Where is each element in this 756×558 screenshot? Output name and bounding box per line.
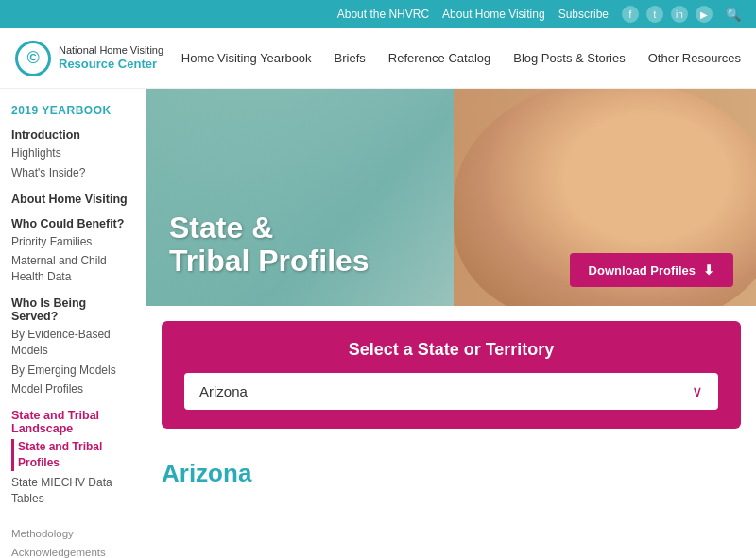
chevron-down-icon: ∨ — [692, 382, 703, 400]
hero-section: State & Tribal Profiles Download Profile… — [146, 89, 756, 306]
topbar-link-homevisiting[interactable]: About Home Visiting — [442, 8, 545, 21]
sidebar-link-methodology[interactable]: Methodology — [11, 526, 134, 541]
main-navigation: Home Visiting Yearbook Briefs Reference … — [181, 51, 741, 65]
state-heading: Arizona — [146, 444, 756, 488]
nav-blog-posts[interactable]: Blog Posts & Stories — [513, 51, 626, 65]
sidebar-link-state-miechv[interactable]: State MIECHV Data Tables — [11, 475, 134, 507]
logo-brand: Resource Center — [59, 57, 163, 73]
header: © National Home Visiting Resource Center… — [0, 28, 756, 89]
nav-yearbook[interactable]: Home Visiting Yearbook — [181, 51, 312, 65]
hero-title-line1: State & — [169, 211, 273, 245]
sidebar-link-whats-inside[interactable]: What's Inside? — [11, 165, 134, 181]
logo-text: National Home Visiting Resource Center — [59, 43, 163, 73]
twitter-icon[interactable]: t — [646, 6, 663, 23]
sidebar-link-maternal-child[interactable]: Maternal and Child Health Data — [11, 253, 134, 285]
linkedin-icon[interactable]: in — [671, 6, 688, 23]
page-body: 2019 YEARBOOK Introduction Highlights Wh… — [0, 89, 756, 558]
top-bar: About the NHVRC About Home Visiting Subs… — [0, 0, 756, 28]
selected-state: Arizona — [199, 383, 248, 399]
search-icon[interactable]: 🔍 — [726, 8, 741, 22]
youtube-icon[interactable]: ▶ — [696, 6, 713, 23]
sidebar-link-state-tribal-profiles[interactable]: State and Tribal Profiles — [11, 439, 134, 471]
state-selector[interactable]: Arizona ∨ — [184, 373, 718, 410]
download-button-label: Download Profiles — [589, 263, 696, 278]
hero-text: State & Tribal Profiles — [169, 211, 369, 278]
download-profiles-button[interactable]: Download Profiles ⬇ — [570, 253, 733, 287]
sidebar-item-introduction[interactable]: Introduction — [11, 128, 134, 142]
sidebar-item-about-home-visiting[interactable]: About Home Visiting — [11, 193, 134, 206]
sidebar-link-highlights[interactable]: Highlights — [11, 145, 134, 161]
download-icon: ⬇ — [703, 262, 714, 278]
hero-title: State & Tribal Profiles — [169, 211, 369, 278]
nav-other-resources[interactable]: Other Resources — [648, 51, 741, 65]
topbar-link-nhvrc[interactable]: About the NHVRC — [337, 8, 429, 21]
sidebar-item-state-tribal-landscape: State and Tribal Landscape — [11, 409, 134, 435]
sidebar-link-priority-families[interactable]: Priority Families — [11, 234, 134, 250]
select-section-label: Select a State or Territory — [184, 340, 718, 360]
topbar-link-subscribe[interactable]: Subscribe — [558, 8, 609, 21]
sidebar-link-acknowledgements[interactable]: Acknowledgements — [11, 545, 134, 558]
sidebar-item-who-is-being-served[interactable]: Who Is Being Served? — [11, 296, 134, 323]
sidebar-item-who-could-benefit[interactable]: Who Could Benefit? — [11, 217, 134, 230]
logo-icon: © — [15, 41, 51, 76]
year-label: 2019 YEARBOOK — [11, 104, 134, 117]
nav-reference-catalog[interactable]: Reference Catalog — [388, 51, 490, 65]
sidebar-link-evidence-based[interactable]: By Evidence-Based Models — [11, 327, 134, 359]
logo-line1: National Home Visiting — [59, 43, 163, 57]
sidebar-divider — [11, 516, 134, 516]
sidebar-link-emerging-models[interactable]: By Emerging Models — [11, 363, 134, 379]
social-icons: f t in ▶ — [622, 6, 713, 23]
sidebar: 2019 YEARBOOK Introduction Highlights Wh… — [0, 89, 146, 558]
facebook-icon[interactable]: f — [622, 6, 639, 23]
nav-briefs[interactable]: Briefs — [335, 51, 366, 65]
sidebar-link-model-profiles[interactable]: Model Profiles — [11, 381, 134, 397]
logo-area: © National Home Visiting Resource Center — [15, 41, 166, 76]
select-section: Select a State or Territory Arizona ∨ — [162, 321, 741, 429]
hero-title-line2: Tribal Profiles — [169, 244, 369, 278]
main-content: State & Tribal Profiles Download Profile… — [146, 89, 756, 558]
